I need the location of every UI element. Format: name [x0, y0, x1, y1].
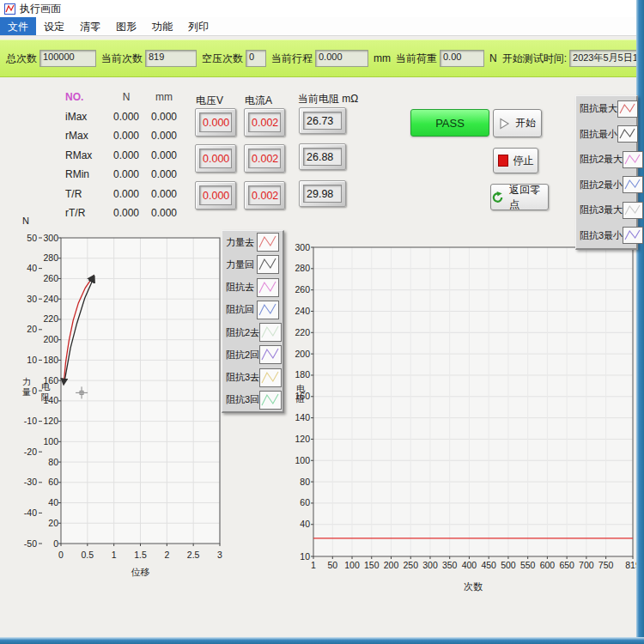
legend-swatch[interactable] [257, 301, 279, 319]
svg-text:100: 100 [295, 455, 310, 465]
meter-column-label-1: 电压V [196, 94, 223, 108]
legend-item-1[interactable]: 阻抗最大 [576, 100, 636, 118]
stop-button[interactable]: 停止 [493, 148, 538, 173]
svg-text:550: 550 [520, 560, 536, 570]
stats-cell-r2-c3: 0.000 [146, 126, 182, 146]
menu-item-4[interactable]: 图形 [108, 17, 144, 35]
legend-swatch[interactable] [617, 100, 638, 118]
svg-text:400: 400 [462, 560, 477, 570]
stats-cell-r4-c1: RMin [65, 165, 106, 185]
svg-text:200: 200 [295, 349, 310, 359]
window-title: 执行画面 [20, 2, 61, 16]
stats-header-1: NO. [65, 88, 106, 107]
meter-value: 0.000 [199, 149, 232, 168]
meter-value: 0.000 [199, 112, 232, 132]
legend-swatch[interactable] [623, 151, 643, 168]
svg-text:力: 力 [22, 377, 31, 386]
svg-text:280: 280 [43, 252, 58, 263]
legend-swatch[interactable] [257, 278, 279, 297]
svg-text:260: 260 [295, 284, 310, 295]
svg-text:30: 30 [27, 294, 37, 304]
svg-text:20: 20 [48, 518, 58, 528]
svg-text:-30: -30 [24, 477, 37, 487]
svg-text:50: 50 [327, 560, 337, 570]
legend-item-3[interactable]: 阻抗去 [222, 278, 283, 297]
legend-swatch[interactable] [617, 125, 638, 143]
legend-item-7[interactable]: 阻抗3去 [222, 368, 283, 387]
legend-item-4[interactable]: 阻抗2最小 [576, 176, 636, 193]
start-button[interactable]: 开始 [493, 109, 542, 137]
svg-text:1: 1 [112, 550, 117, 560]
svg-text:电: 电 [296, 384, 306, 393]
svg-text:240: 240 [43, 294, 58, 304]
toolbar-field-label-5: 当前荷重 [396, 52, 437, 66]
legend-item-6[interactable]: 阻抗3最小 [576, 227, 636, 244]
legend-item-4[interactable]: 阻抗回 [222, 301, 283, 319]
toolbar-field-value-1[interactable]: 100000 [39, 50, 96, 67]
svg-text:120: 120 [295, 434, 310, 444]
toolbar: 总次数100000当前次数819空压次数0当前行程0.000mm当前荷重0.00… [0, 39, 636, 77]
svg-text:0: 0 [53, 538, 58, 549]
menu-item-6[interactable]: 列印 [180, 17, 216, 35]
legend-item-5[interactable]: 阻抗3最大 [576, 202, 636, 219]
play-icon [499, 118, 510, 130]
stats-cell-r5-c1: T/R [65, 185, 106, 204]
svg-text:10: 10 [300, 551, 310, 562]
svg-text:140: 140 [295, 412, 310, 422]
toolbar-field-value-6[interactable]: 2023年5月5日11:51 [569, 50, 644, 67]
menu-item-3[interactable]: 清零 [72, 17, 108, 35]
legend-swatch[interactable] [259, 391, 282, 410]
return-zero-button[interactable]: 返回零点 [490, 184, 549, 210]
meter-value: 0.000 [199, 185, 232, 205]
svg-text:300: 300 [43, 233, 58, 243]
return-zero-icon [491, 191, 504, 204]
svg-text:200: 200 [384, 560, 399, 570]
legend-label: 阻抗最小 [580, 128, 617, 141]
legend-swatch[interactable] [257, 255, 279, 274]
pass-indicator: PASS [410, 109, 489, 137]
legend-label: 阻抗2最大 [580, 153, 623, 166]
svg-text:1: 1 [311, 560, 316, 570]
return-zero-label: 返回零点 [509, 183, 548, 212]
toolbar-field-suffix-4: mm [374, 52, 391, 64]
menu-item-2[interactable]: 设定 [36, 17, 72, 35]
toolbar-field-value-5[interactable]: 0.00 [440, 50, 484, 67]
svg-text:N: N [22, 216, 29, 226]
toolbar-field-suffix-5: N [489, 52, 497, 64]
legend-item-2[interactable]: 力量回 [222, 255, 283, 274]
legend-swatch[interactable] [623, 202, 643, 219]
svg-text:阻: 阻 [296, 394, 305, 404]
toolbar-field-value-3[interactable]: 0 [246, 50, 266, 67]
legend-item-3[interactable]: 阻抗2最大 [576, 151, 636, 168]
svg-text:240: 240 [295, 306, 310, 316]
legend-item-1[interactable]: 力量去 [222, 233, 283, 252]
legend-item-2[interactable]: 阻抗最小 [576, 125, 636, 143]
meter-3-1: 26.73 [299, 107, 346, 134]
meter-3-3: 29.98 [299, 180, 346, 207]
legend-swatch[interactable] [259, 345, 282, 364]
toolbar-field-value-4[interactable]: 0.000 [315, 50, 368, 67]
legend-swatch[interactable] [623, 227, 643, 244]
svg-text:2: 2 [164, 550, 169, 560]
title-bar: 执行画面 [0, 0, 636, 17]
legend-swatch[interactable] [257, 233, 279, 252]
svg-text:200: 200 [43, 334, 58, 344]
toolbar-field-label-3: 空压次数 [202, 52, 243, 66]
meter-column-label-3: 当前电阻 mΩ [298, 92, 358, 106]
menu-item-1[interactable]: 文件 [0, 17, 36, 35]
legend-item-6[interactable]: 阻抗2回 [222, 345, 283, 364]
svg-text:280: 280 [295, 263, 310, 273]
legend-item-8[interactable]: 阻抗3回 [222, 391, 283, 410]
legend-item-5[interactable]: 阻抗2去 [222, 323, 283, 342]
menu-item-5[interactable]: 功能 [144, 17, 180, 35]
svg-text:120: 120 [43, 416, 58, 426]
stats-cell-r2-c1: rMax [65, 126, 106, 146]
svg-text:2.5: 2.5 [187, 550, 200, 560]
toolbar-field-value-2[interactable]: 819 [145, 50, 197, 67]
app-icon [4, 3, 15, 15]
legend-swatch[interactable] [623, 176, 643, 193]
svg-text:-20: -20 [24, 447, 37, 457]
legend-swatch[interactable] [259, 323, 282, 342]
legend-label: 力量回 [226, 258, 254, 271]
legend-swatch[interactable] [259, 368, 282, 387]
